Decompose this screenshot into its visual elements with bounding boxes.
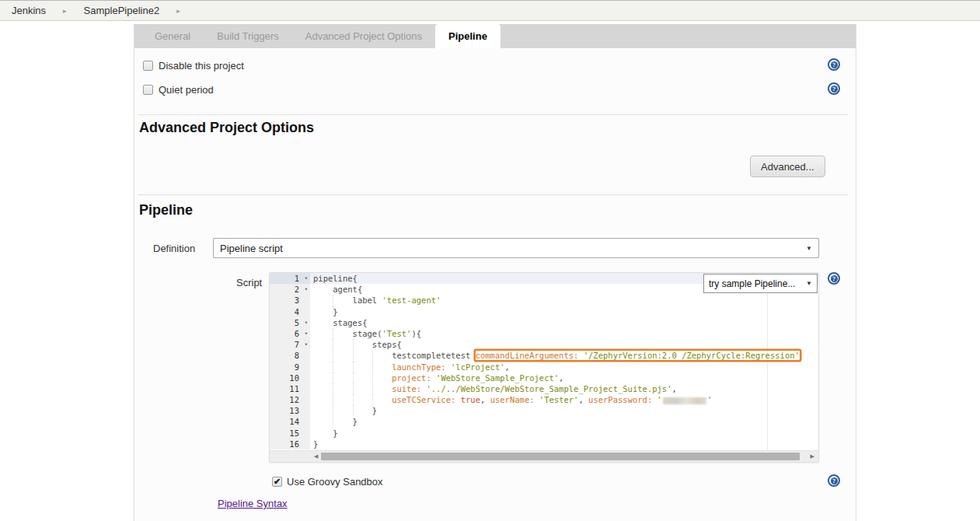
code-row: 12 useTCService: true, userName: 'Tester… bbox=[270, 394, 818, 405]
indent-guide bbox=[333, 362, 333, 372]
disable-project-label: Disable this project bbox=[159, 60, 244, 72]
line-number: 15 bbox=[289, 428, 299, 438]
scroll-right-icon[interactable]: ▶ bbox=[811, 453, 814, 460]
scroll-left-icon[interactable]: ◀ bbox=[314, 453, 318, 460]
pipeline-syntax-link[interactable]: Pipeline Syntax bbox=[218, 498, 288, 509]
tab-build-triggers[interactable]: Build Triggers bbox=[204, 24, 291, 48]
indent-guide bbox=[353, 405, 354, 416]
gutter-cell: 7▾ bbox=[270, 339, 310, 350]
breadcrumb-item-jenkins[interactable]: Jenkins bbox=[12, 5, 46, 16]
fold-arrow-icon[interactable]: ▾ bbox=[305, 339, 308, 350]
code-line: steps{ bbox=[310, 339, 818, 350]
code-line: } bbox=[310, 306, 818, 317]
indent-guide bbox=[333, 372, 333, 383]
indent-guide bbox=[372, 383, 373, 394]
advanced-options-heading: Advanced Project Options bbox=[139, 120, 314, 136]
script-editor[interactable]: 1▾pipeline{2▾ agent{3 label 'test-agent'… bbox=[269, 272, 819, 463]
code-line: launchType: 'lcProject', bbox=[310, 362, 818, 372]
indent-guide bbox=[353, 372, 354, 383]
fold-arrow-icon[interactable]: ▾ bbox=[305, 328, 308, 339]
section-divider bbox=[138, 194, 848, 195]
code-line: } bbox=[310, 439, 818, 449]
code-row: 8 testcompletetest commandLineArguments:… bbox=[270, 350, 818, 361]
sample-pipeline-select-value: try sample Pipeline... bbox=[709, 278, 795, 289]
code-line: } bbox=[310, 405, 818, 416]
highlight-box: commandLineArguments: '/ZephyrVersion:2.… bbox=[476, 351, 800, 360]
breadcrumb-arrow-icon: ▸ bbox=[176, 7, 180, 15]
pipeline-heading: Pipeline bbox=[139, 202, 193, 219]
indent-guide bbox=[333, 339, 333, 350]
quiet-period-label: Quiet period bbox=[159, 84, 214, 96]
gutter-cell: 11 bbox=[270, 383, 310, 394]
gutter-cell: 4 bbox=[270, 306, 310, 317]
gutter-cell: 13 bbox=[270, 405, 310, 416]
gutter-cell: 15 bbox=[270, 428, 310, 439]
chevron-down-icon: ▼ bbox=[806, 245, 812, 252]
script-label: Script bbox=[236, 277, 262, 288]
code-row: 9 launchType: 'lcProject', bbox=[270, 362, 818, 372]
indent-guide bbox=[353, 350, 354, 361]
gutter-cell: 16 bbox=[270, 439, 310, 449]
code-row: 3 label 'test-agent' bbox=[270, 295, 818, 306]
line-number: 11 bbox=[289, 384, 299, 393]
gutter-cell: 5▾ bbox=[270, 317, 310, 328]
definition-select-value: Pipeline script bbox=[220, 243, 283, 254]
fold-arrow-icon[interactable]: ▾ bbox=[305, 317, 308, 328]
code-line: project: 'WebStore_Sample_Project', bbox=[310, 372, 818, 383]
code-row: 10 project: 'WebStore_Sample_Project', bbox=[270, 372, 818, 383]
advanced-button[interactable]: Advanced... bbox=[750, 156, 825, 177]
gutter-cell: 1▾ bbox=[270, 273, 310, 284]
indent-guide bbox=[372, 362, 373, 372]
gutter-cell: 2▾ bbox=[270, 284, 310, 295]
code-line: useTCService: true, userName: 'Tester', … bbox=[310, 394, 818, 405]
sample-pipeline-select[interactable]: try sample Pipeline... ▼ bbox=[703, 274, 818, 293]
code-row: 15 } bbox=[270, 428, 818, 439]
indent-guide bbox=[333, 416, 333, 427]
definition-select[interactable]: Pipeline script ▼ bbox=[213, 238, 819, 258]
code-line: suite: '../../WebStore/WebStore_Sample_P… bbox=[310, 383, 818, 394]
scrollbar-thumb[interactable] bbox=[321, 453, 800, 460]
code-line: label 'test-agent' bbox=[310, 295, 818, 306]
help-icon[interactable]: ? bbox=[828, 474, 840, 487]
indent-guide bbox=[333, 295, 333, 306]
indent-guide bbox=[372, 372, 373, 383]
gutter-cell: 8 bbox=[270, 350, 310, 361]
quiet-period-checkbox[interactable] bbox=[143, 85, 153, 95]
redacted-password bbox=[663, 397, 706, 404]
gutter-cell: 14 bbox=[270, 416, 310, 427]
horizontal-scrollbar[interactable]: ◀ ▶ bbox=[270, 450, 818, 462]
fold-arrow-icon[interactable]: ▾ bbox=[305, 273, 308, 284]
disable-project-checkbox[interactable] bbox=[143, 61, 153, 71]
tab-general[interactable]: General bbox=[141, 24, 204, 48]
line-number: 2 bbox=[295, 285, 299, 294]
code-row: 5▾ stages{ bbox=[270, 317, 818, 328]
tab-pipeline[interactable]: Pipeline bbox=[435, 24, 500, 48]
code-row: 14 } bbox=[270, 416, 818, 427]
gutter-cell: 12 bbox=[270, 394, 310, 405]
code-line: stages{ bbox=[310, 317, 818, 328]
indent-guide bbox=[333, 350, 333, 361]
line-number: 1 bbox=[295, 274, 299, 283]
line-number: 9 bbox=[295, 362, 299, 372]
help-icon[interactable]: ? bbox=[828, 272, 840, 285]
groovy-sandbox-checkbox[interactable]: ✔ bbox=[272, 477, 282, 487]
breadcrumb-arrow-icon: ▸ bbox=[63, 7, 67, 15]
definition-label: Definition bbox=[153, 243, 195, 254]
indent-guide bbox=[353, 339, 354, 350]
indent-guide bbox=[353, 394, 354, 405]
help-icon[interactable]: ? bbox=[828, 82, 840, 95]
line-number: 16 bbox=[289, 439, 299, 449]
breadcrumb-item-pipeline[interactable]: SamplePipeline2 bbox=[84, 5, 160, 16]
tab-advanced-project-options[interactable]: Advanced Project Options bbox=[292, 24, 435, 48]
code-row: 11 suite: '../../WebStore/WebStore_Sampl… bbox=[270, 383, 818, 394]
line-number: 12 bbox=[289, 395, 299, 404]
line-number: 6 bbox=[295, 329, 299, 338]
code-row: 13 } bbox=[270, 405, 818, 416]
gutter-cell: 9 bbox=[270, 362, 310, 372]
code-line: testcompletetest commandLineArguments: '… bbox=[310, 350, 818, 361]
groovy-sandbox-label: Use Groovy Sandbox bbox=[287, 476, 383, 488]
fold-arrow-icon[interactable]: ▾ bbox=[305, 284, 308, 295]
indent-guide bbox=[372, 350, 373, 361]
help-icon[interactable]: ? bbox=[828, 58, 840, 71]
code-row: 4 } bbox=[270, 306, 818, 317]
